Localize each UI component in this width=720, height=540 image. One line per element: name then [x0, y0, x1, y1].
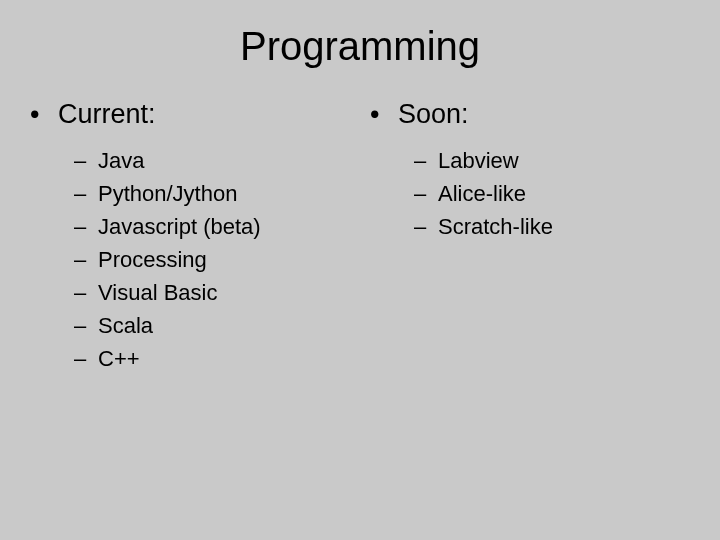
list-item-label: Python/Jython [98, 177, 237, 210]
bullet-icon: • [370, 99, 398, 130]
right-heading-row: • Soon: [370, 99, 700, 130]
list-item-label: Alice-like [438, 177, 526, 210]
list-item: – Processing [74, 243, 360, 276]
list-item-label: Processing [98, 243, 207, 276]
list-item-label: Java [98, 144, 144, 177]
dash-icon: – [414, 210, 438, 243]
list-item-label: Scala [98, 309, 153, 342]
left-heading-row: • Current: [30, 99, 360, 130]
content-columns: • Current: – Java – Python/Jython – Java… [0, 99, 720, 375]
list-item-label: Visual Basic [98, 276, 217, 309]
list-item-label: Scratch-like [438, 210, 553, 243]
slide-title: Programming [0, 0, 720, 99]
dash-icon: – [74, 309, 98, 342]
list-item: – Python/Jython [74, 177, 360, 210]
list-item-label: Labview [438, 144, 519, 177]
dash-icon: – [74, 144, 98, 177]
list-item: – Labview [414, 144, 700, 177]
bullet-icon: • [30, 99, 58, 130]
dash-icon: – [74, 342, 98, 375]
dash-icon: – [74, 243, 98, 276]
list-item: – Java [74, 144, 360, 177]
list-item: – Scala [74, 309, 360, 342]
right-sublist: – Labview – Alice-like – Scratch-like [370, 144, 700, 243]
dash-icon: – [414, 177, 438, 210]
right-heading: Soon: [398, 99, 469, 130]
list-item: – Scratch-like [414, 210, 700, 243]
list-item: – Javascript (beta) [74, 210, 360, 243]
dash-icon: – [74, 210, 98, 243]
list-item: – C++ [74, 342, 360, 375]
dash-icon: – [414, 144, 438, 177]
slide: Programming • Current: – Java – Python/J… [0, 0, 720, 540]
list-item: – Alice-like [414, 177, 700, 210]
left-sublist: – Java – Python/Jython – Javascript (bet… [30, 144, 360, 375]
left-heading: Current: [58, 99, 156, 130]
dash-icon: – [74, 276, 98, 309]
right-column: • Soon: – Labview – Alice-like – Scratch… [360, 99, 700, 375]
left-column: • Current: – Java – Python/Jython – Java… [20, 99, 360, 375]
list-item-label: Javascript (beta) [98, 210, 261, 243]
dash-icon: – [74, 177, 98, 210]
list-item-label: C++ [98, 342, 140, 375]
list-item: – Visual Basic [74, 276, 360, 309]
